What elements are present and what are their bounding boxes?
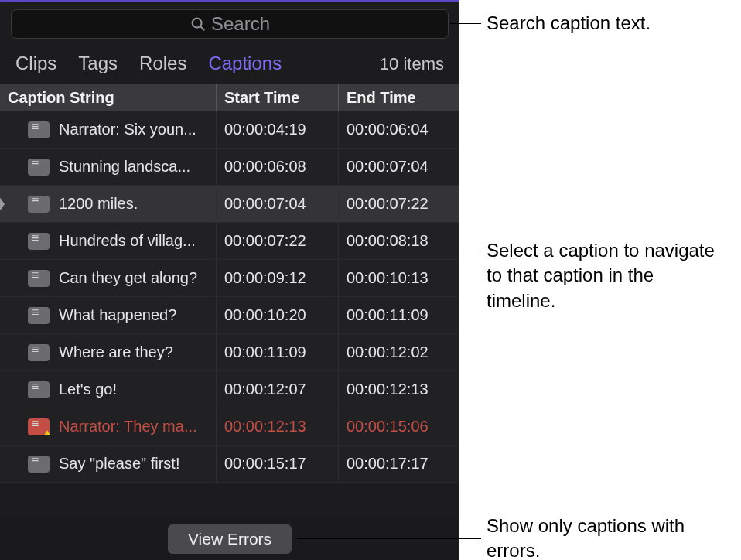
caption-icon [28,344,50,361]
caption-text: Where are they? [59,343,173,361]
start-time: 00:00:06:08 [217,149,339,185]
caption-text: Stunning landsca... [59,158,190,176]
caption-text: Hundreds of villag... [59,232,196,250]
lead-line [297,538,481,539]
start-time: 00:00:12:07 [217,371,339,408]
caption-index-panel: Search Clips Tags Roles Captions 10 item… [0,0,459,560]
end-time: 00:00:12:13 [339,371,459,408]
search-icon [190,15,207,32]
callout-search: Search caption text. [487,11,651,36]
search-wrap: Search [0,2,459,45]
end-time: 00:00:06:04 [339,111,459,148]
end-time: 00:00:12:02 [339,334,459,370]
caption-icon [28,159,50,176]
caption-text: Narrator: Six youn... [59,121,196,138]
table-row[interactable]: Hundreds of villag...00:00:07:2200:00:08… [0,223,459,260]
caption-icon [28,233,50,250]
end-time: 00:00:07:04 [339,149,459,185]
caption-text: 1200 miles. [59,195,138,213]
callout-errors: Show only captions with errors. [487,514,719,560]
start-time: 00:00:04:19 [217,111,339,148]
end-time: 00:00:08:18 [339,223,459,259]
table-row[interactable]: Narrator: Six youn...00:00:04:1900:00:06… [0,111,459,149]
table-row[interactable]: Let's go!00:00:12:0700:00:12:13 [0,371,459,408]
annotation-area: Search caption text. Select a caption to… [459,0,741,560]
caption-icon [28,307,50,324]
caption-text: Let's go! [59,381,117,398]
caption-icon [28,456,50,473]
start-time: 00:00:15:17 [217,446,339,482]
start-time: 00:00:07:04 [217,186,339,222]
caption-text: Narrator: They ma... [59,418,197,435]
col-header-caption[interactable]: Caption String [0,84,217,111]
start-time: 00:00:12:13 [217,408,339,445]
table-row[interactable]: Say "please" first!00:00:15:1700:00:17:1… [0,446,459,483]
lead-line [450,23,481,24]
caption-text: Can they get along? [59,269,197,287]
start-time: 00:00:10:20 [217,297,339,333]
table-row[interactable]: Stunning landsca...00:00:06:0800:00:07:0… [0,149,459,186]
caption-table-body: Narrator: Six youn...00:00:04:1900:00:06… [0,111,459,517]
end-time: 00:00:10:13 [339,260,459,296]
search-input[interactable]: Search [11,9,449,39]
end-time: 00:00:07:22 [339,186,459,222]
table-header: Caption String Start Time End Time [0,84,459,111]
caption-icon [28,121,50,138]
table-row[interactable]: Narrator: They ma...00:00:12:1300:00:15:… [0,408,459,446]
caption-error-icon [28,418,50,435]
view-errors-button[interactable]: View Errors [168,524,292,554]
tab-clips[interactable]: Clips [15,53,56,74]
lead-line [459,251,481,251]
end-time: 00:00:15:06 [339,408,459,445]
start-time: 00:00:09:12 [217,260,339,296]
tab-row: Clips Tags Roles Captions 10 items [0,45,459,84]
warning-icon [42,430,53,436]
col-header-start[interactable]: Start Time [217,84,339,111]
item-count: 10 items [380,54,444,74]
svg-line-1 [200,26,204,30]
search-placeholder: Search [211,13,270,35]
svg-point-0 [193,19,202,28]
start-time: 00:00:11:09 [217,334,339,370]
table-row[interactable]: Where are they?00:00:11:0900:00:12:02 [0,334,459,371]
table-row[interactable]: 1200 miles.00:00:07:0400:00:07:22 [0,186,459,223]
caption-icon [28,196,50,213]
tab-tags[interactable]: Tags [78,53,118,74]
caption-icon [28,381,50,398]
caption-text: What happened? [59,306,176,324]
callout-select: Select a caption to navigate to that cap… [487,238,726,313]
col-header-end[interactable]: End Time [339,84,459,111]
end-time: 00:00:11:09 [339,297,459,333]
table-row[interactable]: Can they get along?00:00:09:1200:00:10:1… [0,260,459,297]
table-row[interactable]: What happened?00:00:10:2000:00:11:09 [0,297,459,334]
caption-text: Say "please" first! [59,455,179,473]
end-time: 00:00:17:17 [339,446,459,482]
start-time: 00:00:07:22 [217,223,339,259]
caption-icon [28,270,50,287]
tab-roles[interactable]: Roles [139,53,186,74]
tab-captions[interactable]: Captions [208,53,282,74]
